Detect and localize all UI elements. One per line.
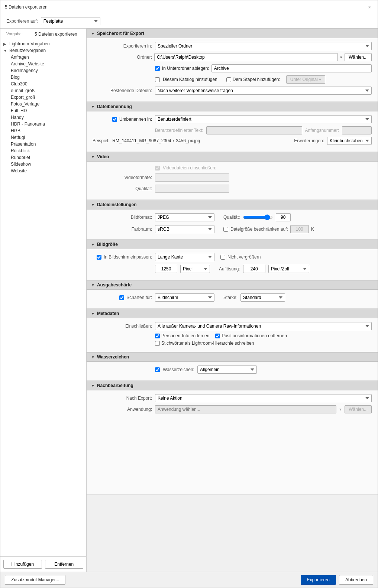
spacer	[93, 416, 372, 491]
stapel-checkbox[interactable]	[226, 77, 231, 82]
metadaten-title: Metadaten	[97, 311, 119, 316]
nach-export-select[interactable]: Keine Aktion In Lightroom öffnen In ande…	[155, 394, 372, 402]
add-preset-button[interactable]: Hinzufügen	[3, 560, 42, 569]
anwendung-input[interactable]	[155, 405, 336, 413]
sidebar-item-label: Handy	[11, 115, 24, 120]
sidebar-item-label: Website	[11, 168, 27, 173]
nicht-vergroessern-checkbox[interactable]	[220, 255, 225, 260]
einschliessen-select[interactable]: Alle außer Kamera- und Camera Raw-Inform…	[155, 322, 372, 330]
benutzer-text-input[interactable]	[206, 126, 302, 134]
wasserzeichen-checkbox[interactable]	[155, 367, 160, 372]
sidebar-item-website[interactable]: Website	[0, 168, 86, 174]
sidebar-item-email-gross[interactable]: e-mail_groß	[0, 87, 86, 94]
sidebar-item-handy[interactable]: Handy	[0, 114, 86, 121]
umbenennen-checkbox[interactable]	[112, 117, 117, 122]
videoformate-label: Videoformate:	[93, 175, 152, 180]
abbrechen-button[interactable]: Abbrechen	[339, 575, 373, 585]
nachbearbeitung-section-header[interactable]: ▼ Nachbearbeitung	[87, 381, 378, 390]
sidebar-item-hgb[interactable]: HGB	[0, 127, 86, 134]
nachbearbeitung-title: Nachbearbeitung	[97, 383, 133, 388]
position-label: Positionsinformationen entfernen	[222, 333, 287, 338]
video-qualitaet-select[interactable]	[155, 185, 229, 193]
katalog-checkbox[interactable]	[155, 77, 160, 82]
close-button[interactable]: ×	[366, 3, 373, 11]
unter-original-button[interactable]: Unter Original ▾	[286, 75, 325, 84]
dateieinstellungen-section-header[interactable]: ▼ Dateieinstellungen	[87, 200, 378, 209]
farbraum-select[interactable]: sRGBAdobeRGBProPhoto RGB	[155, 225, 214, 233]
quality-value-input[interactable]	[276, 213, 291, 221]
sidebar-item-full-hd[interactable]: Full_HD	[0, 107, 86, 114]
bottom-bar: Zusatzmodul-Manager... Exportieren Abbre…	[0, 572, 378, 588]
anfangsnummer-input[interactable]	[342, 126, 372, 134]
triangle-icon: ▼	[91, 203, 95, 207]
videoformate-select[interactable]	[155, 173, 229, 182]
subfolder-input[interactable]	[211, 64, 372, 72]
ordner-row: Ordner: ▾ Wählen...	[93, 53, 372, 61]
personen-checkbox[interactable]	[155, 334, 160, 338]
sidebar-item-export-gross[interactable]: Export_groß	[0, 94, 86, 101]
staerke-select[interactable]: StandardGeringHoch	[240, 293, 285, 302]
ausgabeschaerfe-section-header[interactable]: ▼ Ausgabeschärfe	[87, 280, 378, 290]
nicht-vergroessern-label: Nicht vergrößern	[227, 254, 261, 260]
speicherort-section-header[interactable]: ▼ Speicherort für Export	[87, 29, 378, 38]
wasserzeichen-select[interactable]: AllgemeinKeinBearbeiten...	[197, 366, 257, 374]
einpassen-checkbox[interactable]	[97, 255, 101, 260]
exportieren-in-select[interactable]: Spezieller Ordner Gleicher Ordner wie Or…	[155, 42, 372, 50]
sidebar-item-benutzervorgaben[interactable]: ▼ Benutzervorgaben	[0, 47, 86, 54]
arrow-icon: ▶	[3, 42, 8, 46]
export-count-label: 5 Dateien exportieren	[32, 30, 80, 38]
einpassen-select[interactable]: Lange KanteKurze KanteBreiteHöheAbmessun…	[155, 253, 214, 261]
sidebar-item-archive-website[interactable]: Archive_Website	[0, 61, 86, 67]
ordner-path-input[interactable]	[154, 53, 338, 61]
video-section-header[interactable]: ▼ Video	[87, 152, 378, 162]
sidebar-item-label: Full_HD	[11, 108, 27, 113]
sidebar-item-fotos-verlage[interactable]: Fotos_Verlage	[0, 101, 86, 107]
bestehende-select[interactable]: Nach weiterer Vorgehensweise fragen Vorh…	[155, 87, 372, 95]
schaerfen-select[interactable]: BildschirmMattes PapierGlanzpapier	[155, 293, 214, 302]
ordner-waehlen-button[interactable]: Wählen...	[345, 53, 372, 61]
nach-export-label: Nach Export:	[93, 396, 152, 401]
pixel-unit-select[interactable]: PixelZollcm	[180, 265, 210, 273]
sidebar-item-club300[interactable]: Club300	[0, 81, 86, 87]
erweiterungen-select[interactable]: Kleinbuchstaben Großbuchstaben	[327, 137, 372, 145]
einschliessen-row: Einschließen: Alle außer Kamera- und Cam…	[93, 322, 372, 330]
metadaten-section-header[interactable]: ▼ Metadaten	[87, 309, 378, 318]
sidebar-item-netfugl[interactable]: Netfugl	[0, 134, 86, 141]
sidebar-item-lightroom[interactable]: ▶ Lightroom-Vorgaben	[0, 40, 86, 47]
export-target-select[interactable]: Festplatte CD/DVD E-Mail	[41, 17, 100, 25]
video-section-body: Videodateien einschließen: Videoformate:…	[87, 162, 378, 200]
ausgabeschaerfe-title: Ausgabeschärfe	[97, 282, 132, 287]
sidebar-item-rueckblick[interactable]: Rückblick	[0, 147, 86, 154]
position-checkbox[interactable]	[215, 334, 220, 338]
umbenennen-select[interactable]: Benutzerdefiniert Dateiname Datum - Date…	[155, 115, 372, 123]
sidebar-item-birdimagency[interactable]: Birdimagency	[0, 67, 86, 74]
exportieren-button[interactable]: Exportieren	[301, 575, 336, 585]
sidebar-item-anfragen[interactable]: Anfragen	[0, 54, 86, 61]
sidebar-item-rundbrief[interactable]: Rundbrief	[0, 154, 86, 161]
schaerfen-checkbox[interactable]	[119, 295, 124, 300]
aufloesung-value-input[interactable]	[243, 265, 265, 273]
aufloesung-unit-select[interactable]: Pixel/ZollPixel/cm	[268, 265, 309, 273]
stichwoerter-checkbox[interactable]	[155, 341, 160, 346]
video-qualitaet-label: Qualität:	[93, 186, 152, 191]
sidebar-item-praesentation[interactable]: Präsentation	[0, 141, 86, 147]
anwendung-waehlen-button[interactable]: Wählen...	[345, 405, 372, 413]
bildgroesse-section-header[interactable]: ▼ Bildgröße	[87, 240, 378, 249]
videodateien-checkbox[interactable]	[155, 166, 160, 170]
pixel-value-input[interactable]	[155, 265, 177, 273]
dateigroesse-input[interactable]	[290, 225, 309, 233]
remove-preset-button[interactable]: Entfernen	[45, 560, 84, 569]
subfolder-checkbox[interactable]	[155, 66, 160, 71]
dateigroesse-checkbox[interactable]	[223, 227, 228, 232]
bildformat-select[interactable]: JPEGPNGTIFFPSDDNGOriginal	[155, 213, 214, 221]
umbenennen-label: Umbenennen in:	[119, 117, 152, 122]
sidebar-item-hdr-panorama[interactable]: HDR - Panorama	[0, 121, 86, 127]
zusatzmodul-button[interactable]: Zusatzmodul-Manager...	[5, 575, 65, 585]
wasserzeichen-section-header[interactable]: ▼ Wasserzeichen	[87, 352, 378, 362]
quality-slider[interactable]	[243, 214, 273, 220]
wasserzeichen-label: Wasserzeichen:	[163, 367, 194, 372]
sidebar-item-blog[interactable]: Blog	[0, 74, 86, 81]
sidebar-item-slideshow[interactable]: Slideshow	[0, 161, 86, 168]
sidebar-item-label: Rückblick	[11, 148, 30, 153]
dateibenennung-section-header[interactable]: ▼ Dateibenennung	[87, 102, 378, 111]
